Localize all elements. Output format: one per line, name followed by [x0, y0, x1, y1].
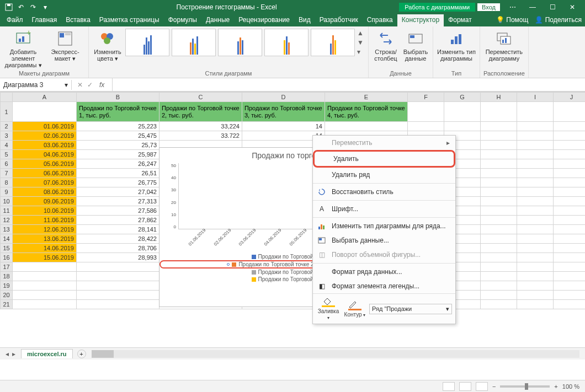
select-all[interactable]: [1, 93, 13, 102]
cell[interactable]: [517, 150, 554, 159]
row-header[interactable]: 6: [1, 159, 13, 169]
cell[interactable]: [77, 262, 159, 272]
cell[interactable]: [517, 300, 554, 309]
cell[interactable]: [408, 122, 444, 131]
tab-format[interactable]: Формат: [444, 14, 476, 26]
cell[interactable]: [554, 225, 586, 234]
tab-help[interactable]: Справка: [363, 14, 397, 26]
cell[interactable]: [481, 234, 517, 244]
col-header[interactable]: C: [159, 93, 242, 102]
page-layout-view-icon[interactable]: [459, 382, 471, 391]
cell[interactable]: 01.06.2019: [13, 122, 77, 131]
cell[interactable]: [554, 197, 586, 206]
series-selector[interactable]: Ряд "Продажи▾: [369, 304, 452, 314]
cell[interactable]: 33,224: [159, 122, 242, 131]
cell[interactable]: 28,706: [77, 244, 159, 253]
cell[interactable]: [325, 122, 408, 131]
page-break-view-icon[interactable]: [476, 382, 488, 391]
change-colors-button[interactable]: Изменить цвета ▾: [92, 29, 123, 62]
cell[interactable]: 11.06.2019: [13, 216, 77, 225]
row-header[interactable]: 20: [1, 291, 13, 300]
cell[interactable]: [481, 216, 517, 225]
ctx-font[interactable]: AШрифт...: [313, 202, 455, 216]
ctx-select-data[interactable]: Выбрать данные...: [313, 233, 455, 248]
row-header[interactable]: 4: [1, 141, 13, 150]
cell[interactable]: [77, 272, 159, 281]
row-header[interactable]: 11: [1, 206, 13, 216]
cell[interactable]: [517, 102, 554, 122]
cell[interactable]: 08.06.2019: [13, 187, 77, 197]
col-header[interactable]: F: [408, 93, 444, 102]
cell[interactable]: 28,141: [77, 225, 159, 234]
cell[interactable]: 26,775: [77, 178, 159, 187]
ribbon-options-icon[interactable]: ⋯: [503, 2, 522, 13]
formula-input[interactable]: [112, 78, 585, 91]
ctx-reset-style[interactable]: Восстановить стиль: [313, 185, 455, 199]
cell[interactable]: 14: [242, 122, 325, 131]
row-header[interactable]: 2: [1, 122, 13, 131]
grid[interactable]: ABCDEFGHIJ 1Продажи по Торговой точке 1,…: [0, 92, 585, 334]
style-thumb[interactable]: [218, 29, 262, 56]
col-header[interactable]: J: [554, 93, 586, 102]
cell[interactable]: [517, 262, 554, 272]
cell[interactable]: [517, 131, 554, 141]
gallery-scroll[interactable]: ▲▼▾: [357, 29, 365, 56]
cell[interactable]: Продажи по Торговой точке 4, тыс. руб.: [325, 102, 408, 122]
cell[interactable]: [481, 178, 517, 187]
cell[interactable]: 14.06.2019: [13, 244, 77, 253]
cell[interactable]: [481, 159, 517, 169]
cell[interactable]: [554, 187, 586, 197]
cell[interactable]: [481, 169, 517, 178]
cell[interactable]: 02.06.2019: [13, 131, 77, 141]
col-header[interactable]: G: [444, 93, 481, 102]
cell[interactable]: [554, 234, 586, 244]
cell[interactable]: [517, 169, 554, 178]
cell[interactable]: 25,987: [77, 150, 159, 159]
sheet-nav-prev-icon[interactable]: ◂: [6, 350, 9, 358]
cell[interactable]: 27,042: [77, 187, 159, 197]
cell[interactable]: [517, 291, 554, 300]
cell[interactable]: [77, 281, 159, 291]
cell[interactable]: 27,313: [77, 197, 159, 206]
ctx-delete-series[interactable]: Удалить ряд: [313, 168, 455, 182]
cell[interactable]: [517, 244, 554, 253]
outline-button[interactable]: Контур ▾: [343, 300, 367, 318]
cell[interactable]: [444, 102, 481, 122]
cell[interactable]: [77, 291, 159, 300]
cell[interactable]: 26,51: [77, 169, 159, 178]
cell[interactable]: [481, 206, 517, 216]
cell[interactable]: [554, 178, 586, 187]
cell[interactable]: [517, 234, 554, 244]
col-header[interactable]: D: [242, 93, 325, 102]
cell[interactable]: [481, 187, 517, 197]
row-header[interactable]: 14: [1, 234, 13, 244]
redo-icon[interactable]: ↷: [29, 3, 38, 12]
cell[interactable]: [481, 272, 517, 281]
cell[interactable]: 05.06.2019: [13, 159, 77, 169]
style-thumb[interactable]: [172, 29, 216, 56]
col-header[interactable]: B: [77, 93, 159, 102]
cell[interactable]: [554, 281, 586, 291]
ctx-format-legend[interactable]: ◧Формат элемента легенды...: [313, 279, 455, 293]
col-header[interactable]: H: [481, 93, 517, 102]
cell[interactable]: 26,247: [77, 159, 159, 169]
zoom-slider[interactable]: [500, 385, 550, 388]
tab-insert[interactable]: Вставка: [61, 14, 95, 26]
cell[interactable]: [13, 291, 77, 300]
tab-data[interactable]: Данные: [201, 14, 234, 26]
cancel-icon[interactable]: ✕: [77, 81, 83, 89]
style-thumb[interactable]: [311, 29, 355, 56]
cell[interactable]: [13, 272, 77, 281]
cell[interactable]: [517, 197, 554, 206]
cell[interactable]: [13, 102, 77, 122]
cell[interactable]: [481, 281, 517, 291]
fill-button[interactable]: Заливка ▾: [316, 297, 341, 320]
close-icon[interactable]: ✕: [563, 2, 582, 13]
tab-file[interactable]: Файл: [2, 14, 28, 26]
cell[interactable]: [554, 150, 586, 159]
cell[interactable]: [517, 122, 554, 131]
row-header[interactable]: 7: [1, 169, 13, 178]
login-button[interactable]: Вход: [477, 3, 500, 11]
tab-page-layout[interactable]: Разметка страницы: [95, 14, 164, 26]
cell[interactable]: 13.06.2019: [13, 234, 77, 244]
